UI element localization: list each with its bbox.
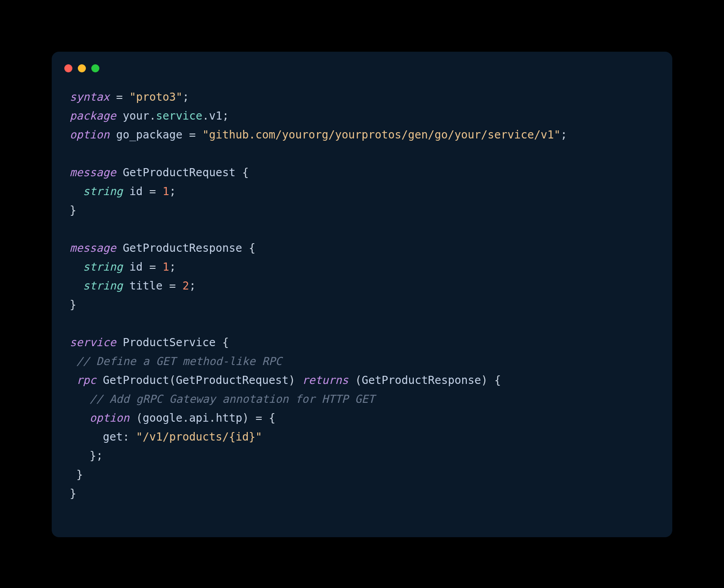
lparen: ( [355, 374, 362, 387]
field-number: 1 [163, 185, 170, 198]
field-number: 2 [183, 279, 189, 292]
equals: = [149, 260, 156, 273]
lbrace: { [494, 374, 501, 387]
close-icon[interactable] [64, 64, 72, 72]
keyword-returns: returns [302, 374, 348, 387]
equals: = [116, 90, 123, 103]
keyword-package: package [70, 109, 116, 122]
semicolon: ; [96, 449, 103, 462]
equals: = [189, 128, 196, 141]
lbrace: { [222, 336, 229, 349]
pkg-part: v1 [209, 109, 223, 122]
zoom-icon[interactable] [91, 64, 99, 72]
field-type: string [83, 185, 123, 198]
keyword-service: service [70, 336, 116, 349]
rbrace: } [70, 298, 76, 311]
code-block: syntax = "proto3"; package your.service.… [70, 88, 567, 503]
rparen: ) [289, 374, 295, 387]
lbrace: { [249, 241, 255, 254]
option-path: http [216, 411, 242, 424]
http-path: "/v1/products/{id}" [136, 430, 262, 443]
option-path: api [189, 411, 209, 424]
equals: = [149, 185, 156, 198]
minimize-icon[interactable] [78, 64, 86, 72]
window-traffic-lights [64, 64, 99, 72]
semicolon: ; [222, 109, 229, 122]
rpc-name: GetProduct [103, 374, 170, 387]
field-type: string [83, 279, 123, 292]
rparen: ) [242, 411, 249, 424]
keyword-message: message [70, 166, 116, 179]
rbrace: } [70, 487, 76, 500]
option-value: "github.com/yourorg/yourprotos/gen/go/yo… [202, 128, 561, 141]
keyword-rpc: rpc [76, 374, 96, 387]
message-name: GetProductRequest [123, 166, 236, 179]
lbrace: { [269, 411, 276, 424]
pkg-part: service [156, 109, 202, 122]
dot: . [149, 109, 156, 122]
equals: = [255, 411, 262, 424]
message-name: GetProductResponse [123, 241, 242, 254]
dot: . [209, 411, 216, 424]
semicolon: ; [169, 260, 176, 273]
dot: . [183, 411, 189, 424]
keyword-syntax: syntax [70, 90, 110, 103]
semicolon: ; [189, 279, 196, 292]
field-number: 1 [163, 260, 170, 273]
option-name: go_package [116, 128, 183, 141]
field-type: string [83, 260, 123, 273]
field-name: id [130, 260, 143, 273]
keyword-option: option [89, 411, 130, 424]
rbrace: } [89, 449, 96, 462]
syntax-string: "proto3" [130, 90, 183, 103]
lparen: ( [169, 374, 176, 387]
rpc-request-type: GetProductRequest [176, 374, 289, 387]
semicolon: ; [561, 128, 568, 141]
semicolon: ; [169, 185, 176, 198]
code-window: syntax = "proto3"; package your.service.… [52, 52, 672, 537]
semicolon: ; [183, 90, 189, 103]
rpc-response-type: GetProductResponse [362, 374, 481, 387]
lparen: ( [136, 411, 143, 424]
rbrace: } [76, 468, 83, 481]
comment: // Add gRPC Gateway annotation for HTTP … [89, 392, 375, 405]
keyword-option: option [70, 128, 110, 141]
option-path: google [143, 411, 183, 424]
keyword-message: message [70, 241, 116, 254]
comment: // Define a GET method-like RPC [76, 355, 282, 368]
field-name: id [130, 185, 143, 198]
service-name: ProductService [123, 336, 216, 349]
dot: . [202, 109, 209, 122]
colon: : [123, 430, 130, 443]
rbrace: } [70, 204, 76, 217]
equals: = [169, 279, 176, 292]
lbrace: { [242, 166, 249, 179]
http-key: get [103, 430, 123, 443]
rparen: ) [481, 374, 488, 387]
pkg-part: your [123, 109, 149, 122]
field-name: title [130, 279, 163, 292]
